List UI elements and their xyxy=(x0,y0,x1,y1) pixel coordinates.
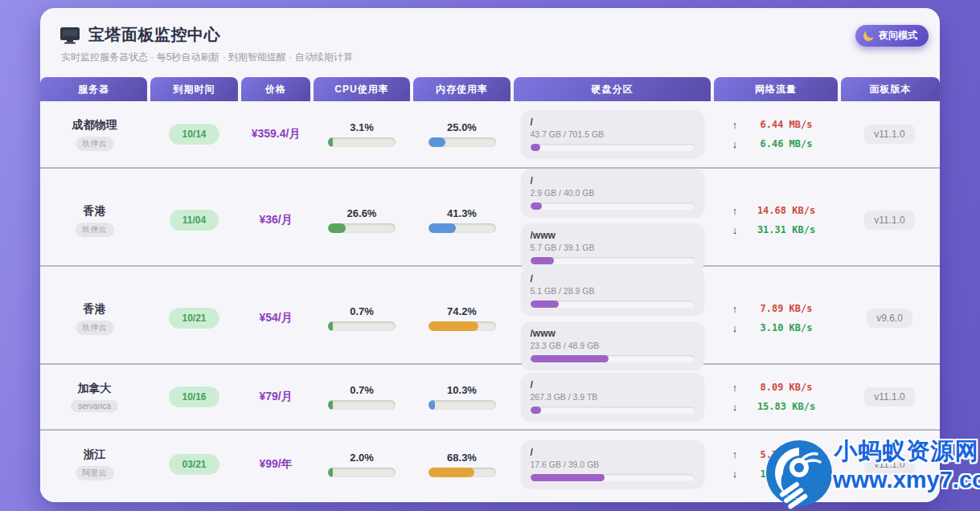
cpu-bar xyxy=(328,400,396,410)
memory-bar xyxy=(428,468,496,477)
watermark-site-name: 小蚂蚁资源网 xyxy=(833,439,980,463)
col-header-memory: 内存使用率 xyxy=(412,77,512,101)
memory-bar xyxy=(428,400,496,410)
watermark-site-url: www.xmy7.com xyxy=(833,468,980,492)
table-header: 服务器 到期时间 价格 CPU使用率 内存使用率 硬盘分区 网络流量 面板版本 xyxy=(40,77,940,101)
col-header-price: 价格 xyxy=(240,77,312,101)
provider-badge: servarica xyxy=(71,400,118,412)
disk-usage: 23.3 GB / 48.9 GB xyxy=(531,341,695,350)
download-arrow-icon: ↓ xyxy=(730,401,740,413)
disk-bar xyxy=(531,202,695,210)
server-name: 浙江 xyxy=(84,448,106,462)
upload-arrow-icon: ↑ xyxy=(730,448,740,460)
expiry-badge: 10/21 xyxy=(169,308,219,329)
cpu-percent: 2.0% xyxy=(350,452,374,464)
table-row: 加拿大 servarica 10/16 ¥79/月 0.7% 10.3% / 2… xyxy=(40,363,940,429)
memory-bar xyxy=(428,137,496,147)
server-cell: 香港 玖伴云 xyxy=(40,169,149,272)
disk-partition: / 2.9 GB / 40.0 GB xyxy=(521,169,704,217)
disk-usage: 17.6 GB / 39.0 GB xyxy=(531,460,695,469)
cpu-cell: 3.1% xyxy=(312,101,412,167)
cpu-cell: 0.7% xyxy=(312,365,412,429)
memory-bar xyxy=(428,223,496,233)
disk-cell: / 43.7 GB / 701.5 GB xyxy=(521,110,704,158)
download-arrow-icon: ↓ xyxy=(730,322,740,334)
version-badge: v11.1.0 xyxy=(864,387,914,407)
col-header-version: 面板版本 xyxy=(839,77,940,101)
disk-cell: / 17.6 GB / 39.0 GB xyxy=(521,440,704,489)
provider-badge: 阿里云 xyxy=(76,466,114,480)
col-header-expiry: 到期时间 xyxy=(149,77,240,101)
night-mode-label: 夜间模式 xyxy=(879,29,917,43)
cpu-cell: 26.6% xyxy=(312,169,412,272)
monitor-panel-card: 宝塔面板监控中心 实时监控服务器状态 · 每5秒自动刷新 · 到期智能提醒 · … xyxy=(40,8,940,502)
disk-partition: / 17.6 GB / 39.0 GB xyxy=(521,440,704,489)
page-title: 宝塔面板监控中心 xyxy=(88,24,220,46)
price-label: ¥99/年 xyxy=(259,457,292,472)
disk-usage: 2.9 GB / 40.0 GB xyxy=(531,188,695,198)
expiry-badge: 10/14 xyxy=(169,124,219,145)
disk-mount: / xyxy=(531,175,695,186)
upload-speed: 8.09 KB/s xyxy=(751,382,822,393)
version-badge: v11.1.0 xyxy=(864,125,914,144)
disk-partition: / 43.7 GB / 701.5 GB xyxy=(521,110,704,158)
col-header-server: 服务器 xyxy=(40,77,149,101)
version-badge: v9.6.0 xyxy=(867,309,912,328)
night-mode-button[interactable]: 夜间模式 xyxy=(855,25,929,47)
monitor-icon xyxy=(59,27,80,44)
upload-speed: 7.89 KB/s xyxy=(751,303,822,314)
network-cell: ↑6.44 MB/s ↓6.46 MB/s xyxy=(730,119,822,150)
server-cell: 香港 玖伴云 xyxy=(40,267,149,370)
page-subtitle: 实时监控服务器状态 · 每5秒自动刷新 · 到期智能提醒 · 自动续期计算 xyxy=(61,51,921,64)
table-row: 成都物理 玖伴云 10/14 ¥359.4/月 3.1% 25.0% / 43.… xyxy=(40,101,940,167)
disk-partition: / 267.3 GB / 3.9 TB xyxy=(521,373,704,421)
col-header-disk: 硬盘分区 xyxy=(512,77,712,101)
expiry-badge: 11/04 xyxy=(170,210,219,231)
price-label: ¥79/月 xyxy=(259,390,292,404)
memory-cell: 74.2% xyxy=(412,267,512,370)
download-speed: 15.83 KB/s xyxy=(751,401,822,412)
network-cell: ↑7.89 KB/s ↓3.10 KB/s xyxy=(730,303,822,334)
price-label: ¥54/月 xyxy=(259,311,292,325)
disk-mount: / xyxy=(531,447,695,458)
download-arrow-icon: ↓ xyxy=(730,468,740,480)
disk-partition: / 5.1 GB / 28.9 GB xyxy=(521,267,704,315)
price-label: ¥36/月 xyxy=(259,213,292,227)
server-name: 加拿大 xyxy=(78,382,112,396)
upload-arrow-icon: ↑ xyxy=(730,119,740,131)
upload-arrow-icon: ↑ xyxy=(730,205,740,217)
download-speed: 31.31 KB/s xyxy=(751,224,822,235)
upload-speed: 6.44 MB/s xyxy=(751,119,822,130)
memory-percent: 41.3% xyxy=(447,207,477,219)
expiry-badge: 10/16 xyxy=(169,386,219,407)
memory-bar xyxy=(428,321,496,331)
provider-badge: 玖伴云 xyxy=(76,137,114,151)
network-cell: ↑8.09 KB/s ↓15.83 KB/s xyxy=(730,382,822,413)
server-cell: 成都物理 玖伴云 xyxy=(40,101,149,167)
disk-mount: / xyxy=(531,273,695,284)
upload-arrow-icon: ↑ xyxy=(730,382,740,394)
memory-percent: 10.3% xyxy=(447,384,477,396)
col-header-network: 网络流量 xyxy=(712,77,839,101)
disk-bar xyxy=(531,257,695,264)
download-arrow-icon: ↓ xyxy=(730,138,740,150)
provider-badge: 玖伴云 xyxy=(76,321,114,335)
cpu-bar xyxy=(328,223,396,233)
ant-logo-icon xyxy=(765,439,833,511)
network-cell: ↑14.68 KB/s ↓31.31 KB/s xyxy=(730,205,822,236)
disk-bar xyxy=(531,407,695,414)
memory-cell: 10.3% xyxy=(412,365,512,429)
cpu-percent: 26.6% xyxy=(347,207,377,219)
table-row: 香港 玖伴云 10/21 ¥54/月 0.7% 74.2% / 5.1 GB /… xyxy=(40,265,940,363)
download-speed: 3.10 KB/s xyxy=(751,322,822,333)
cpu-bar xyxy=(328,321,396,331)
server-cell: 浙江 阿里云 xyxy=(40,431,149,497)
cpu-cell: 0.7% xyxy=(312,267,412,370)
disk-bar xyxy=(531,474,695,481)
memory-percent: 74.2% xyxy=(447,305,477,317)
cpu-bar xyxy=(328,468,396,477)
watermark: 小蚂蚁资源网 www.xmy7.com xyxy=(765,436,980,511)
upload-speed: 14.68 KB/s xyxy=(751,205,822,216)
disk-mount: / xyxy=(531,379,695,390)
disk-partition: /www 23.3 GB / 48.9 GB xyxy=(521,321,704,370)
